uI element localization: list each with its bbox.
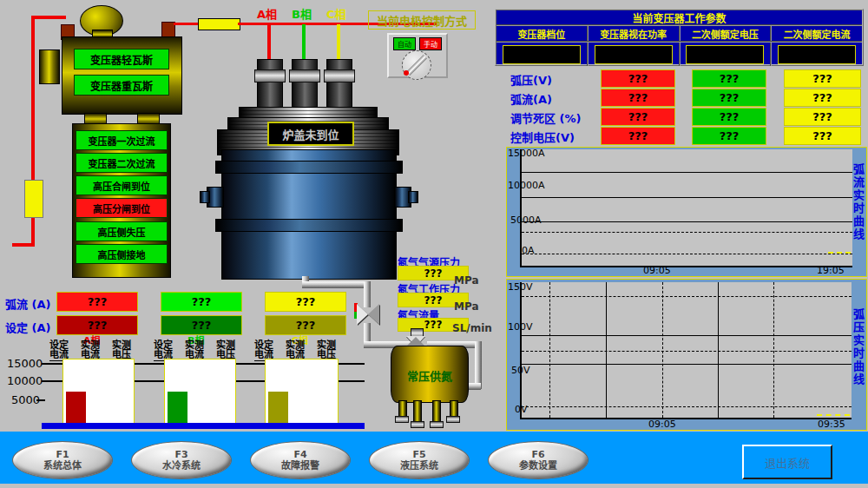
control-voltage-c: ??? <box>784 127 861 145</box>
vessel-foot <box>411 421 424 428</box>
deadband-b: ??? <box>692 108 766 126</box>
electrode-c <box>326 59 352 111</box>
arc-voltage-trend-title: 弧压实时曲线 <box>850 308 866 386</box>
fkey: F3 <box>174 449 187 460</box>
hv-wire-top <box>31 16 66 19</box>
y-tick: 50V <box>511 365 530 376</box>
phase-a-drop <box>267 24 271 61</box>
fkey: F5 <box>412 449 425 460</box>
y-tick: 100V <box>508 321 533 333</box>
control-voltage-b: ??? <box>692 127 766 145</box>
deadband-a: ??? <box>601 108 675 126</box>
arc-voltage-plot-area <box>520 282 852 419</box>
deadband-c: ??? <box>784 108 861 126</box>
electrode-b-clamp <box>289 69 320 82</box>
arc-current-trend-title: 弧流实时曲线 <box>850 163 866 241</box>
electrode-a <box>257 59 283 111</box>
bars-ytick-15000: 15000 <box>7 357 40 370</box>
bus-link-wire <box>174 23 200 25</box>
n2-valve-left-wing[interactable] <box>357 304 368 325</box>
y-tick: 150V <box>508 281 533 293</box>
pipe <box>302 281 370 288</box>
bars-baseline <box>42 423 365 429</box>
y-tick: 10000A <box>508 180 545 191</box>
flabel: 故障报警 <box>281 460 319 472</box>
secondary-rated-current-value <box>778 45 856 64</box>
deadband-label: 调节死区 (%) <box>510 109 581 126</box>
fkey: F4 <box>293 449 306 460</box>
flabel: 系统总体 <box>43 460 82 472</box>
exit-system-button[interactable]: 退出系统 <box>742 445 832 479</box>
knob-position-dot <box>404 70 409 76</box>
arc-voltage-a: ??? <box>601 69 675 88</box>
phase-arc-current-label: 弧流 (A) <box>5 295 50 312</box>
alarm-hv-grounded: 高压侧接地 <box>76 244 168 264</box>
pipe <box>475 341 482 389</box>
electrode-b <box>292 59 318 111</box>
fkey: F1 <box>56 449 69 460</box>
nav-f6-parameter-settings[interactable]: F6 参数设置 <box>488 441 589 479</box>
alarm-hv-loss-voltage: 高压侧失压 <box>76 221 168 241</box>
phase-b-label: B相 <box>292 5 312 22</box>
params-table-title: 当前变压器工作参数 <box>496 10 862 26</box>
knob-handle <box>406 55 427 76</box>
bars-panel-phase-c <box>265 359 339 425</box>
trend-cursor <box>817 414 850 416</box>
col-secondary-rated-voltage: 二次侧额定电压 <box>679 26 771 41</box>
n2-valve-right-wing[interactable] <box>368 304 379 325</box>
control-voltage-a: ??? <box>601 127 675 145</box>
nav-f3-cooling-system[interactable]: F3 水冷系统 <box>131 441 232 479</box>
arc-current-c-value: ??? <box>265 292 346 312</box>
tick-5000 <box>36 399 45 401</box>
arc-current-c: ??? <box>784 89 861 107</box>
x-tick: 09:05 <box>648 419 676 430</box>
x-tick: 19:05 <box>817 265 845 276</box>
arc-current-b-value: ??? <box>161 292 242 312</box>
alarm-hv-open-in-place: 高压分闸到位 <box>76 198 168 218</box>
nav-f5-hydraulic-system[interactable]: F5 液压系统 <box>369 441 470 479</box>
nitrogen-vessel: 常压供氮 <box>391 346 469 403</box>
bars-panel-phase-b <box>164 359 236 425</box>
arc-voltage-c: ??? <box>784 69 861 88</box>
arc-current-plot-area <box>520 149 852 267</box>
furnace-flange-lower <box>215 219 403 232</box>
auto-mode-button[interactable]: 自动 <box>393 37 416 50</box>
transformer-radiator <box>39 49 60 84</box>
hv-wire-bottom <box>12 243 35 247</box>
bars-ytick-5000: 5000 <box>7 393 40 406</box>
electrode-control-title: 当前电极控制方式 <box>368 10 476 30</box>
params-table-value-row <box>496 41 862 66</box>
arc-current-a: ??? <box>601 89 675 107</box>
tap-position-value <box>503 45 581 64</box>
x-tick: 09:05 <box>643 265 671 276</box>
bar-set-current-a <box>66 392 86 424</box>
trend-cursor <box>828 252 851 254</box>
arc-voltage-b: ??? <box>692 69 766 88</box>
alarm-transformer-heavy-gas: 变压器重瓦斯 <box>74 75 169 96</box>
nav-f4-fault-alarm[interactable]: F4 故障报警 <box>250 441 351 479</box>
arc-current-a-value: ??? <box>56 292 138 312</box>
electrode-a-clamp <box>254 69 286 82</box>
vessel-foot <box>446 416 460 423</box>
furnace-nozzle-right-stub <box>408 191 418 203</box>
phase-b-drop <box>302 24 306 61</box>
mode-selector-knob[interactable] <box>402 50 431 80</box>
electrode-c-clamp <box>324 69 355 82</box>
nav-f1-system-overview[interactable]: F1 系统总体 <box>12 441 113 479</box>
col-secondary-rated-current: 二次侧额定电流 <box>770 26 862 41</box>
arc-current-trend-chart: 15000A 10000A 5000A 0A 09:05 19:05 弧流实时曲… <box>506 147 867 277</box>
alarm-secondary-overcurrent: 变压器二次过流 <box>76 153 168 173</box>
bottom-nav-bar: F1 系统总体 F3 水冷系统 F4 故障报警 F5 液压系统 F6 参数设置 … <box>0 432 868 484</box>
phase-c-label: C相 <box>326 5 346 22</box>
arc-current-label: 弧流(A) <box>510 90 552 107</box>
col-apparent-power: 变压器视在功率 <box>587 26 679 41</box>
bar-set-current-c <box>268 392 288 424</box>
manual-mode-button[interactable]: 手动 <box>419 37 442 50</box>
fuse-element <box>24 180 43 218</box>
phase-c-drop <box>337 24 340 61</box>
lid-status-label: 炉盖未到位 <box>267 122 354 146</box>
alarm-transformer-light-gas: 变压器轻瓦斯 <box>74 49 169 69</box>
nitrogen-vessel-label: 常压供氮 <box>391 367 468 384</box>
y-tick: 15000A <box>508 148 545 159</box>
bottom-gray-strip <box>0 484 868 488</box>
